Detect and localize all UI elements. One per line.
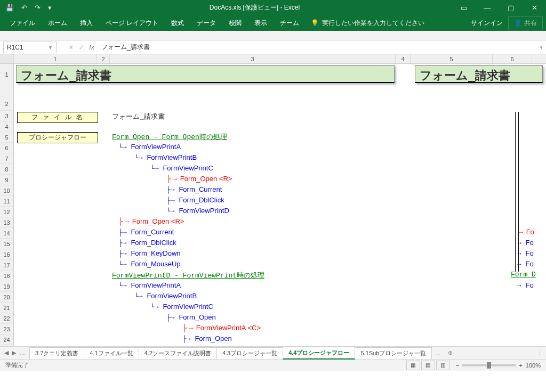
view-pagebreak-icon[interactable]: ▥ [436, 361, 450, 370]
fx-icon[interactable]: fx [86, 44, 97, 51]
tab-view[interactable]: 表示 [248, 15, 274, 31]
tab-insert[interactable]: 挿入 [74, 15, 99, 31]
zoom-control[interactable]: − + 100% [456, 362, 541, 369]
redo-icon[interactable]: ↷ [35, 4, 41, 12]
tree-item: ├→ Form_KeyDown [118, 249, 181, 258]
row-header[interactable]: 7 [0, 153, 13, 164]
row-header[interactable]: 8 [0, 164, 13, 175]
view-normal-icon[interactable]: ▦ [406, 361, 420, 370]
row-headers: 1 2 3 4 5 6 7 8 9 10 11 12 13 14 15 16 1… [0, 64, 14, 346]
zoom-out-icon[interactable]: − [456, 362, 459, 369]
tree-item: → Fo [517, 281, 534, 290]
tree-item: ├→ Form_Current [118, 228, 174, 236]
zoom-in-icon[interactable]: + [519, 362, 522, 369]
ribbon-collapsed [0, 31, 546, 40]
zoom-value[interactable]: 100% [526, 362, 541, 369]
row-header[interactable]: 15 [0, 239, 13, 249]
tab-data[interactable]: データ [190, 15, 222, 31]
tree-item: ├→ Form_Open [182, 334, 232, 343]
row-header[interactable]: 14 [0, 228, 13, 239]
window-title: DocAcs.xls [保護ビュー] - Excel [57, 3, 452, 12]
cancel-icon[interactable]: ✕ [65, 44, 76, 51]
chevron-down-icon[interactable]: ▼ [48, 45, 53, 50]
status-ready: 準備完了 [5, 361, 29, 369]
col-header[interactable]: 4 [396, 54, 411, 63]
formula-expand-icon[interactable]: ▾ [536, 45, 546, 50]
select-all-corner[interactable] [0, 54, 14, 63]
row-header[interactable]: 24 [0, 334, 13, 345]
proc-heading: Form_Open - Form_Open時の処理 [112, 132, 227, 142]
tree-item: ├→ Form_Open <R> [118, 217, 184, 226]
row-header[interactable]: 18 [0, 271, 13, 281]
minimize-icon[interactable]: — [476, 0, 499, 15]
row-header[interactable]: 23 [0, 324, 13, 334]
row-header[interactable]: 11 [0, 196, 13, 207]
row-header[interactable]: 13 [0, 217, 13, 228]
tree-item: └→ FormViewPrintD [166, 207, 229, 215]
row-header[interactable]: 10 [0, 185, 13, 196]
sheet-tab-strip: ◀▶… 3.7クエリ定義書 4.1ファイル一覧 4.2ソースファイル説明書 4.… [0, 346, 546, 359]
row-header[interactable]: 16 [0, 249, 13, 260]
formula-input[interactable]: フォーム_請求書 [97, 42, 536, 53]
enter-icon[interactable]: ✓ [76, 44, 86, 51]
tab-formulas[interactable]: 数式 [165, 15, 190, 31]
zoom-slider[interactable] [462, 364, 516, 366]
col-header[interactable]: 5 [411, 54, 493, 63]
lightbulb-icon: 💡 [311, 19, 319, 27]
name-box[interactable]: R1C1▼ [3, 42, 57, 53]
maximize-icon[interactable]: ▢ [499, 0, 523, 15]
row-header[interactable]: 3 [0, 111, 13, 121]
signin-button[interactable]: サインイン [465, 15, 508, 31]
proc-heading: Form_D [511, 271, 536, 279]
row-header[interactable]: 6 [0, 143, 13, 153]
row-header[interactable]: 19 [0, 281, 13, 292]
row-header[interactable]: 1 [0, 64, 13, 85]
tree-item: ├→ FormViewPrintA <C> [182, 324, 261, 332]
row-header[interactable]: 12 [0, 207, 13, 217]
col-header[interactable]: 1 [14, 54, 97, 63]
view-pagelayout-icon[interactable]: ▤ [421, 361, 435, 370]
ribbon-options-icon[interactable]: ▭ [452, 0, 476, 15]
row-header[interactable]: 4 [0, 121, 13, 132]
tab-home[interactable]: ホーム [42, 15, 74, 31]
row-header[interactable]: 9 [0, 175, 13, 185]
row-header[interactable]: 20 [0, 292, 13, 303]
qat-customize-icon[interactable]: ▾ [48, 4, 52, 12]
row-header[interactable]: 17 [0, 260, 13, 271]
add-sheet-icon[interactable]: ⊕ [444, 349, 457, 356]
window-controls: ▭ — ▢ ✕ [452, 0, 546, 15]
cell-grid[interactable]: フォーム_請求書 フォーム_請求書 フ ァ イ ル 名 フォーム_請求書 プロシ… [14, 64, 546, 346]
tab-pagelayout[interactable]: ページ レイアウト [99, 15, 165, 31]
row-header[interactable]: 21 [0, 303, 13, 313]
cell-title-2: フォーム_請求書 [415, 65, 543, 83]
sheet-tab[interactable]: 5.1Subプロシージャ一覧 [355, 347, 432, 359]
sheet-tab[interactable]: 4.3プロシージャ一覧 [216, 347, 283, 359]
sheet-tab[interactable]: 4.2ソースファイル説明書 [139, 347, 217, 359]
tell-me[interactable]: 💡 実行したい作業を入力してください [306, 19, 430, 28]
tab-file[interactable]: ファイル [3, 15, 42, 31]
undo-icon[interactable]: ↶ [21, 4, 27, 12]
tab-more[interactable]: … [431, 350, 444, 356]
col-header[interactable]: 3 [110, 54, 396, 63]
row-header[interactable]: 22 [0, 313, 13, 324]
save-icon[interactable]: 💾 [5, 4, 14, 12]
share-button[interactable]: 👤共有 [508, 16, 543, 30]
tab-nav[interactable]: ◀▶… [0, 349, 29, 356]
sheet-tab[interactable]: 3.7クエリ定義書 [29, 347, 84, 359]
row-header[interactable]: 5 [0, 132, 13, 143]
tree-item: └→ FormViewPrintB [134, 292, 197, 300]
grid-line [515, 112, 516, 272]
status-bar: 準備完了 ▦ ▤ ▥ − + 100% [0, 359, 546, 371]
tab-tools-icon[interactable]: ⋮ [534, 349, 546, 356]
row-header[interactable]: 2 [0, 85, 13, 111]
tab-review[interactable]: 校閲 [222, 15, 248, 31]
sheet-tab-active[interactable]: 4.4プロシージャフロー [283, 347, 355, 360]
tree-item: └→ Form_MouseUp [118, 260, 181, 268]
col-header[interactable]: 6 [493, 54, 532, 63]
close-icon[interactable]: ✕ [523, 0, 546, 15]
tree-item: ├→ Form_Open [166, 313, 216, 322]
tree-item: └→ FormViewPrintC [150, 303, 213, 311]
sheet-tab[interactable]: 4.1ファイル一覧 [84, 347, 139, 359]
col-header[interactable]: 2 [97, 54, 110, 63]
tab-team[interactable]: チーム [274, 15, 306, 31]
